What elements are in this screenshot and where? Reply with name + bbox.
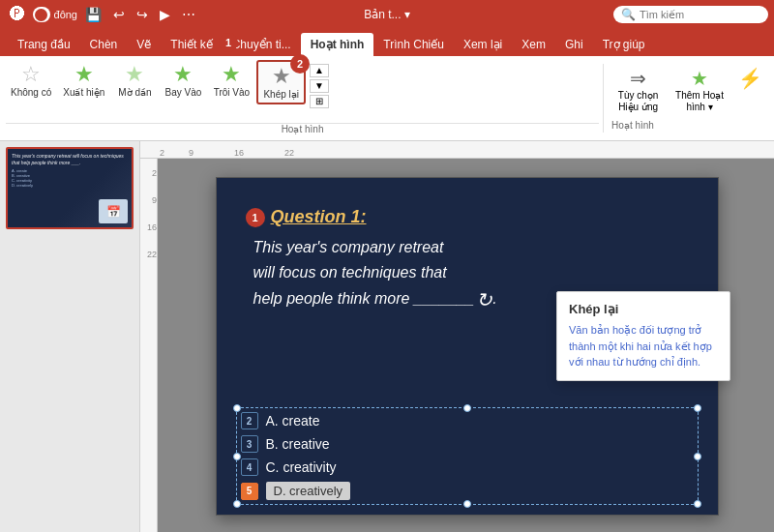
handle-right — [694, 453, 701, 460]
ribbon-them-hoat-hinh[interactable]: ★ Thêm Hoạthình ▾ — [670, 64, 729, 116]
question-label: Question 1: — [271, 207, 367, 227]
question-header: 1 Question 1: — [246, 207, 689, 227]
lightning-icon: ⚡ — [738, 67, 762, 90]
animation-label-2: Mờ dần — [118, 87, 151, 98]
star-green-icon-3: ★ — [173, 63, 193, 86]
answer-text-1: B. creative — [266, 436, 330, 452]
ruler-mark-l9: 9 — [152, 195, 157, 205]
ruler-left: 2 9 16 22 — [140, 159, 158, 532]
ribbon-right-group-label: Hoạt hình — [611, 120, 766, 133]
redo-icon[interactable]: ↪ — [133, 5, 152, 24]
thumb-answers: A. createB. creativeC. creativityD. crea… — [12, 168, 128, 188]
ribbon-animation-items: 1 ☆ Không có ★ Xuất hiện ★ Mờ dần ★ Bay … — [6, 60, 599, 121]
animation-bay-vao[interactable]: ★ Bay Vào — [160, 60, 206, 101]
ribbon-lightning[interactable]: ⚡ — [734, 64, 766, 93]
answer-text-0: A. create — [266, 413, 320, 429]
autosave-toggle[interactable] — [33, 7, 50, 22]
ruler-mark-l16: 16 — [147, 222, 157, 232]
ribbon-content: 1 ☆ Không có ★ Xuất hiện ★ Mờ dần ★ Bay … — [0, 56, 774, 141]
scroll-up-btn[interactable]: ▲ — [310, 64, 329, 77]
search-box[interactable]: 🔍 — [613, 6, 768, 23]
animation-label-3: Bay Vào — [165, 87, 202, 98]
answer-container: 2 A. create 3 B. creative 4 C. creativit… — [241, 412, 694, 500]
more-icon[interactable]: ⋯ — [178, 5, 199, 24]
undo-icon[interactable]: ↩ — [109, 5, 129, 24]
main-area: This year's company retreat will focus o… — [0, 141, 774, 532]
answer-text-3: D. creatively — [266, 482, 351, 500]
star-green-icon-1: ★ — [74, 63, 94, 86]
slide-thumbnail-1[interactable]: This year's company retreat will focus o… — [6, 147, 134, 229]
ribbon-right-group: ⇒ Tùy chọnHiệu ứng ★ Thêm Hoạthình ▾ ⚡ H… — [604, 60, 774, 136]
question-number-badge: 1 — [246, 208, 265, 227]
ruler-mark-l2: 2 — [152, 168, 157, 178]
star-add-icon: ★ — [691, 67, 708, 90]
tab-ghi[interactable]: Ghi — [555, 33, 593, 56]
title-bar: 🅟 đông 💾 ↩ ↪ ▶ ⋯ Bản t... ▾ 🔍 — [0, 0, 774, 29]
title-bar-left: 🅟 đông 💾 ↩ ↪ ▶ ⋯ — [6, 4, 199, 25]
handle-br — [694, 500, 701, 508]
save-icon[interactable]: 💾 — [81, 5, 105, 24]
ruler-mark-t2: 2 — [160, 148, 164, 158]
search-icon: 🔍 — [621, 8, 636, 21]
tooltip-text: Văn bản hoặc đối tượng trở thành một khi… — [569, 322, 718, 370]
animation-xuat-hien[interactable]: ★ Xuất hiện — [58, 60, 109, 101]
scroll-more-btn[interactable]: ⊞ — [310, 95, 329, 108]
answer-item-3: 5 D. creatively — [241, 482, 694, 500]
answer-item-2: 4 C. creativity — [241, 458, 694, 476]
ruler-mark-t22: 22 — [284, 148, 294, 158]
tab-trang-dau[interactable]: Trang đầu — [8, 33, 80, 56]
ruler-mark-t16: 16 — [234, 148, 244, 158]
thumb-image: 📅 — [99, 199, 128, 223]
animation-mo-dan[interactable]: ★ Mờ dần — [111, 60, 158, 101]
scroll-down-btn[interactable]: ▼ — [310, 79, 329, 93]
ruler-top: 2 9 16 22 — [140, 141, 774, 159]
animation-label-5: Khép lại — [263, 89, 299, 100]
star-empty-icon: ☆ — [21, 63, 41, 86]
answer-text-2: C. creativity — [266, 459, 337, 475]
tab-tro-giup[interactable]: Trợ giúp — [593, 33, 655, 56]
tab-ve[interactable]: Vẽ — [127, 33, 161, 56]
tab-trinh-chieu[interactable]: Trình Chiếu — [373, 33, 454, 56]
tab-thiet-ke[interactable]: Thiết kế — [161, 33, 222, 56]
present-icon[interactable]: ▶ — [156, 5, 174, 24]
badge-2: 2 — [290, 54, 310, 74]
file-name: Bản t... ▾ — [199, 8, 575, 21]
ribbon-tuy-chon[interactable]: ⇒ Tùy chọnHiệu ứng — [611, 64, 665, 116]
ribbon-group-label: Hoạt hình — [6, 123, 599, 136]
tab-xem-lai[interactable]: Xem lại — [454, 33, 512, 56]
arrow-right-icon: ⇒ — [630, 67, 646, 90]
tooltip-title: Khép lại — [569, 302, 718, 316]
ribbon-scroll: ▲ ▼ ⊞ — [308, 60, 331, 112]
thumb-text: This year's company retreat will focus o… — [12, 153, 128, 166]
answer-num-3: 3 — [241, 435, 258, 453]
canvas-area: 2 9 16 22 2 9 16 22 1 Question 1: — [140, 141, 774, 532]
animation-label-1: Xuất hiện — [63, 87, 104, 98]
answer-num-2: 2 — [241, 412, 258, 429]
tab-chuyen-tiep[interactable]: Chuyển ti... — [223, 33, 301, 56]
handle-tl — [233, 404, 241, 412]
app-logo: 🅟 — [6, 4, 29, 25]
star-green-icon-4: ★ — [222, 63, 241, 86]
tooltip-khep-lai: Khép lại Văn bản hoặc đối tượng trở thàn… — [556, 291, 730, 381]
toggle-label: đông — [54, 9, 77, 20]
tab-hoat-hinh[interactable]: Hoạt hình — [301, 33, 374, 56]
animation-label-4: Trôi Vào — [214, 87, 250, 98]
animation-label-0: Không có — [11, 87, 51, 98]
animation-troi-vao[interactable]: ★ Trôi Vào — [208, 60, 254, 101]
handle-top — [463, 404, 471, 412]
star-selected-icon: ★ — [272, 65, 291, 88]
handle-tr — [694, 404, 701, 412]
tab-chen[interactable]: Chèn — [80, 33, 128, 56]
animation-khong-co[interactable]: ☆ Không có — [6, 60, 56, 101]
handle-left — [233, 453, 241, 460]
ribbon-right-items: ⇒ Tùy chọnHiệu ứng ★ Thêm Hoạthình ▾ ⚡ — [611, 64, 766, 120]
ruler-mark-t9: 9 — [189, 148, 194, 158]
ribbon-right-label-1: Thêm Hoạthình ▾ — [675, 90, 724, 113]
search-input[interactable] — [640, 9, 765, 20]
animation-khep-lai[interactable]: 2 ★ Khép lại — [256, 60, 306, 104]
tab-xem[interactable]: Xem — [512, 33, 555, 56]
slide-panel: This year's company retreat will focus o… — [0, 141, 140, 532]
ribbon-right-label-0: Tùy chọnHiệu ứng — [618, 90, 659, 113]
handle-bottom — [463, 500, 471, 508]
title-bar-right: 🔍 — [575, 6, 768, 23]
